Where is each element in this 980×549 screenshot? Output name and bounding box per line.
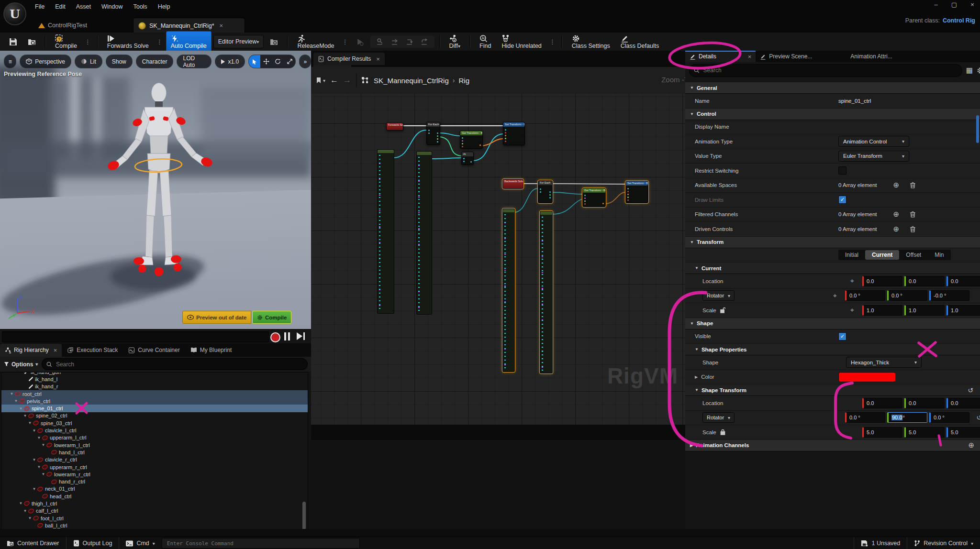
menu-file[interactable]: File <box>30 1 50 12</box>
node-for-each-selected[interactable]: For Each <box>538 180 553 203</box>
unsaved-button[interactable]: 1 Unsaved <box>854 537 907 549</box>
shape-scale-x-field[interactable]: 5.0 <box>862 427 902 438</box>
step-forward-icon[interactable] <box>297 332 302 340</box>
graph-canvas[interactable]: Forwards Solve For Each Get Transform - … <box>311 94 685 425</box>
hide-unrelated-options-icon[interactable]: ⋮ <box>548 38 557 45</box>
shape-dropdown[interactable]: Hexagon_Thick▾ <box>846 357 922 368</box>
color-swatch[interactable] <box>838 372 896 382</box>
shape-rotation-z-field[interactable]: 0.0 ° <box>929 412 969 423</box>
rotator-dropdown[interactable]: Rotator▾ <box>702 412 735 423</box>
shape-rotation-y-field-editing[interactable]: 90.0° <box>887 412 927 423</box>
node-item-array-selected[interactable] <box>502 209 515 372</box>
shape-scale-y-field[interactable]: 5.0 <box>904 427 945 438</box>
delete-elements-icon[interactable] <box>910 182 916 188</box>
tree-item[interactable]: ▼lowerarm_r_ctrl <box>1 471 308 478</box>
section-current[interactable]: ▼Current <box>685 263 980 274</box>
tree-item[interactable]: ▼calf_l_ctrl <box>1 507 308 515</box>
viewport-toolbar-expand-icon[interactable]: » <box>299 55 311 68</box>
breadcrumb-leaf[interactable]: Rig <box>458 77 469 85</box>
node-for-each[interactable]: For Each <box>426 122 440 145</box>
tree-item[interactable]: ▼spine_02_ctrl <box>1 412 308 419</box>
forwards-solve-button[interactable]: Forwards Solve <box>103 32 153 52</box>
name-value[interactable]: spine_01_ctrl <box>838 98 871 104</box>
character-dropdown[interactable]: Character <box>136 55 174 68</box>
section-shape-properties[interactable]: ▼Shape Properties <box>685 344 980 355</box>
mode-offset[interactable]: Offset <box>899 250 928 260</box>
preview-viewport[interactable]: Z X -Y ≡ Perspective Lit Show Character … <box>0 51 311 329</box>
section-shape-transform[interactable]: ▼Shape Transform ↺ <box>685 384 980 396</box>
lod-auto-dropdown[interactable]: LOD Auto <box>177 55 212 68</box>
tree-item[interactable]: head_ctrl <box>1 493 308 500</box>
tab-rig-hierarchy[interactable]: Rig Hierarchy× <box>0 344 62 357</box>
console-command-input[interactable] <box>166 540 356 547</box>
menu-tools[interactable]: Tools <box>128 1 152 12</box>
tab-close-icon[interactable]: × <box>376 55 380 63</box>
tree-item[interactable]: hand_l_ctrl <box>1 449 308 456</box>
nav-back-icon[interactable]: ← <box>330 76 338 85</box>
add-element-icon[interactable]: ⊕ <box>893 210 900 219</box>
revision-control-dropdown[interactable]: Revision Control▾ <box>907 537 980 549</box>
options-dropdown[interactable]: Options▾ <box>4 361 38 368</box>
scale-z-field[interactable]: 1.0 <box>947 305 980 316</box>
add-channel-icon[interactable]: ⊕ <box>968 441 974 450</box>
restrict-switching-checkbox[interactable] <box>838 166 846 175</box>
hierarchy-search-box[interactable] <box>42 358 308 370</box>
diff-dropdown[interactable]: Diff▾ <box>445 32 465 52</box>
revert-icon[interactable]: ↺ <box>968 386 973 394</box>
lit-dropdown[interactable]: Lit <box>75 55 102 68</box>
class-defaults-button[interactable]: Class Defaults <box>616 32 664 52</box>
parent-class-link[interactable]: Control Rig <box>943 17 975 24</box>
node-set-transform[interactable]: Set Transform - Bone <box>503 122 525 145</box>
compile-options-icon[interactable]: ⋮ <box>83 38 92 45</box>
tree-item[interactable]: ik_hand_l <box>1 375 308 383</box>
tree-item[interactable]: ▼neck_01_ctrl <box>1 485 308 493</box>
cmd-dropdown[interactable]: Cmd▾ <box>119 537 161 549</box>
auto-compile-button[interactable]: Auto Compile <box>166 31 212 53</box>
tree-item[interactable]: ▼thigh_l_ctrl <box>1 500 308 507</box>
viewport-compile-button[interactable]: Compile <box>252 311 291 324</box>
hierarchy-search-input[interactable] <box>55 361 303 368</box>
rotate-tool-icon[interactable] <box>272 55 284 68</box>
nav-forward-icon[interactable]: → <box>343 76 351 85</box>
tree-item[interactable]: ik_hand_gun <box>1 372 308 375</box>
location-x-field[interactable]: 0.0 <box>862 276 902 286</box>
shape-location-z-field[interactable]: 0.0 <box>947 398 980 408</box>
shape-location-y-field[interactable]: 0.0 <box>904 398 945 408</box>
pause-button[interactable] <box>284 332 292 340</box>
bookmark-dropdown[interactable]: ▾ <box>316 77 325 84</box>
space-switch-icon[interactable]: ⌖ <box>829 292 841 300</box>
revert-icon[interactable]: ↺ <box>976 414 980 421</box>
show-dropdown[interactable]: Show <box>106 55 133 68</box>
draw-limits-checkbox[interactable]: ✓ <box>838 196 846 204</box>
tab-my-blueprint[interactable]: My Blueprint <box>186 344 237 357</box>
mode-initial[interactable]: Initial <box>838 250 865 260</box>
select-tool-icon[interactable] <box>249 55 260 68</box>
tree-item[interactable]: ▼clavicle_l_ctrl <box>1 427 308 434</box>
move-tool-icon[interactable] <box>260 55 272 68</box>
node-item-array[interactable] <box>416 151 432 315</box>
tab-close-icon[interactable]: × <box>748 53 752 60</box>
output-log-button[interactable]: Output Log <box>67 537 119 549</box>
node-item-array-selected[interactable] <box>540 211 553 373</box>
forwards-solve-options-icon[interactable]: ⋮ <box>155 38 164 45</box>
menu-asset[interactable]: Asset <box>71 1 96 12</box>
scale-tool-icon[interactable] <box>284 55 295 68</box>
node-get-transform-selected[interactable]: Get Transform - Bone <box>582 188 606 207</box>
tab-execution-stack[interactable]: Execution Stack <box>63 344 122 357</box>
menu-help[interactable]: Help <box>153 1 176 12</box>
tab-preview-scene[interactable]: Preview Scene... <box>756 51 816 62</box>
menu-window[interactable]: Window <box>96 1 128 12</box>
node-at[interactable]: At <box>461 152 474 165</box>
tree-item-root-ctrl[interactable]: ▼root_ctrl <box>1 390 308 397</box>
tab-close-icon[interactable]: × <box>220 22 223 29</box>
viewport-menu-icon[interactable]: ≡ <box>4 55 16 68</box>
editor-preview-dropdown[interactable]: Editor Preview▾ <box>213 35 264 48</box>
section-transform[interactable]: ▼Transform <box>685 237 980 248</box>
add-element-icon[interactable]: ⊕ <box>893 181 900 189</box>
preview-object-icon[interactable] <box>266 35 282 49</box>
hide-unrelated-button[interactable]: Hide Unrelated <box>497 32 546 52</box>
timeline-scrubber[interactable] <box>2 331 269 342</box>
tab-animation-attributes[interactable]: Animation Attri... <box>846 51 896 62</box>
perspective-dropdown[interactable]: Perspective <box>20 55 71 68</box>
compile-button[interactable]: ? Compile <box>51 32 81 52</box>
